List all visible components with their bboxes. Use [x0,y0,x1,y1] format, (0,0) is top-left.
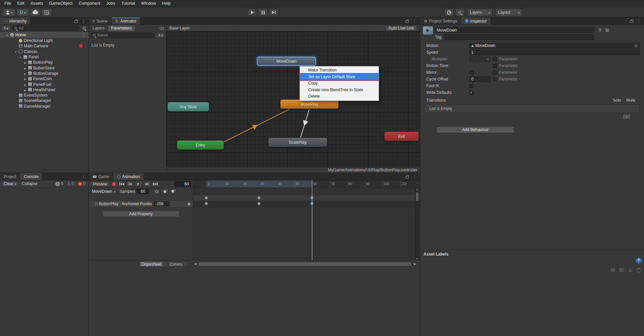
create-object-button[interactable] [1,25,10,31]
context-menu-item[interactable]: Create new BlendTree in State [300,87,379,94]
mirror-checkbox[interactable] [469,70,474,75]
tab-project-settings[interactable]: Project Settings [420,17,461,24]
cloud-button[interactable] [30,9,40,16]
motion-object-field[interactable]: MoveDown [469,43,640,49]
go-to-end-button[interactable] [152,181,159,187]
multiplier-dropdown[interactable] [469,56,491,62]
clear-button[interactable]: Clear [1,181,18,186]
scroll-down-icon[interactable]: ▼ [416,258,418,260]
pane-menu-icon[interactable] [413,174,417,179]
cycle-offset-input[interactable]: 0 [469,76,491,82]
state-node-movedown[interactable]: MoveDown [257,57,316,66]
foot-ik-checkbox[interactable] [469,84,474,88]
lock-icon[interactable] [406,176,409,178]
state-node-exit[interactable]: Exit [384,132,419,141]
write-defaults-checkbox[interactable] [469,91,474,95]
menu-item[interactable]: Help [159,0,174,7]
hierarchy-item[interactable]: PanelCoin [0,76,89,81]
menu-item[interactable]: Window [138,0,159,7]
lock-icon[interactable] [74,20,78,23]
expand-arrow-icon[interactable] [23,60,27,65]
info-badge[interactable]: 0 [54,181,65,186]
status-device-icon[interactable] [610,268,615,272]
expand-arrow-icon[interactable] [5,33,9,37]
hierarchy-item[interactable]: Canvas [0,49,89,54]
tab-project[interactable]: Project [0,173,20,180]
scroll-right-icon[interactable]: ▶ [414,262,416,266]
tab-console[interactable]: Console [20,173,42,180]
status-package-icon[interactable] [619,268,624,272]
state-node-scaleplay[interactable]: ScalePlay [268,138,327,147]
breadcrumb[interactable]: Base Layer [169,26,190,31]
collapse-button[interactable]: Collapse [20,181,40,186]
hierarchy-item[interactable]: PanelFuel [0,81,89,87]
scene-visibility-flag-icon[interactable] [79,44,83,48]
error-badge[interactable]: 0 [76,181,87,186]
lock-icon[interactable] [406,20,409,23]
expand-arrow-icon[interactable] [23,88,27,92]
pane-menu-icon[interactable] [82,19,86,23]
hierarchy-item[interactable]: Panel [0,54,89,60]
state-name-input[interactable]: MoveDown [435,27,594,33]
record-button[interactable] [111,181,117,187]
motion-time-parameter-checkbox[interactable] [493,64,497,68]
add-property-button[interactable]: Add Property [102,211,179,217]
menu-item[interactable]: Assets [28,0,46,7]
timeline-ruler[interactable]: 0 10 20 30 40 50 60 70 80 90 [193,180,420,188]
hierarchy-item[interactable]: Main Camera [0,43,89,49]
context-menu-item[interactable]: Copy [300,80,379,87]
auto-live-link-button[interactable]: Auto Live Link [386,25,417,31]
context-menu-item[interactable]: Set as Layer Default State [300,74,379,80]
go-to-start-button[interactable] [118,181,125,187]
playhead-line[interactable] [312,188,312,260]
track-header-property[interactable]: ButtonPlay : Anchored Positio -208 [89,201,193,207]
keyframe-indicator-button[interactable] [153,189,160,194]
tab-layers[interactable]: Layers [90,25,108,31]
add-parameter-button[interactable] [156,33,165,38]
hierarchy-item[interactable]: HealthPanel [0,87,89,93]
tab-parameters[interactable]: Parameters [108,25,135,31]
scene-menu-icon[interactable] [82,33,86,37]
scroll-up-icon[interactable]: ▲ [416,188,418,190]
menu-item[interactable]: GameObject [46,0,75,7]
context-menu-item[interactable]: Delete [300,93,379,100]
hierarchy-item[interactable]: ButtonStore [0,65,89,70]
menu-item[interactable]: Jobs [103,0,118,7]
vertical-scrollbar-thumb[interactable] [416,192,419,201]
previous-key-button[interactable] [126,181,134,187]
hierarchy-item[interactable]: ButtonPlay [0,60,89,65]
playhead-marker[interactable] [312,180,312,188]
multiplier-parameter-checkbox[interactable] [493,57,497,61]
expand-arrow-icon[interactable] [14,49,17,54]
hierarchy-item[interactable]: EventSystem [0,93,89,98]
mirror-parameter-checkbox[interactable] [493,70,497,75]
expand-arrow-icon[interactable] [23,71,27,76]
layout-dropdown[interactable]: Layout [496,9,522,16]
context-menu-item[interactable]: Make Transition [300,67,379,74]
state-node-any-state[interactable]: Any State [168,102,209,111]
pane-menu-icon[interactable] [82,174,86,179]
play-button[interactable] [248,9,257,16]
tab-inspector[interactable]: i Inspector [461,17,490,24]
speed-input[interactable]: 1 [469,50,640,55]
menu-item[interactable]: Component [75,0,103,7]
hierarchy-item[interactable]: Directional Light [0,38,89,43]
expand-arrow-icon[interactable] [23,82,27,87]
transitions-list[interactable]: List is Empty [424,104,640,113]
tab-scene[interactable]: Scene [89,17,111,24]
expand-arrow-icon[interactable] [23,66,27,70]
add-behaviour-button[interactable]: Add Behaviour [436,126,514,133]
expand-arrow-icon[interactable] [23,76,27,81]
menu-item[interactable]: File [1,0,14,7]
status-network-icon[interactable] [628,268,633,272]
vertical-scrollbar[interactable]: ▲ ▼ [415,188,419,260]
pause-button[interactable] [258,9,268,16]
help-button[interactable] [597,28,602,33]
clip-dropdown[interactable]: MoveDown [91,188,117,194]
layers-dropdown[interactable]: Layers [468,9,492,16]
tab-animator[interactable]: Animator [112,17,140,24]
hierarchy-item[interactable]: GameManager [0,104,89,109]
add-event-button[interactable] [169,189,176,194]
tab-hierarchy[interactable]: Hierarchy [0,17,30,24]
menu-item[interactable]: Edit [14,0,28,7]
